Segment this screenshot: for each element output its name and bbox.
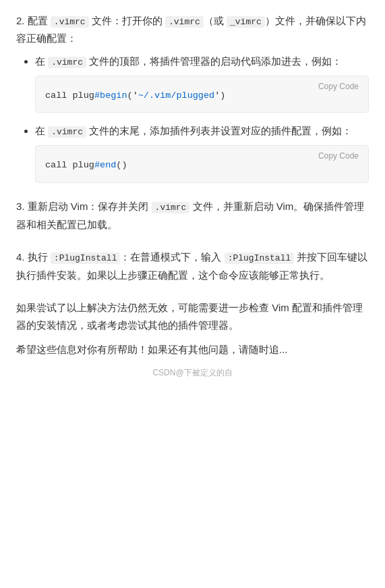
bullet-2-code: .vimrc <box>48 126 86 138</box>
copy-code-button-2[interactable]: Copy Code <box>316 150 361 162</box>
section-2-bullets: 在 .vimrc 文件的顶部，将插件管理器的启动代码添加进去，例如： Copy … <box>16 53 369 183</box>
code-content-2: call plug#end() <box>45 158 359 173</box>
vimrc-code-2: .vimrc <box>165 16 204 28</box>
section-4-text: 4. 执行 :PlugInstall：在普通模式下，输入 :PlugInstal… <box>16 248 369 284</box>
section-3: 3. 重新启动 Vim：保存并关闭 .vimrc 文件，并重新启动 Vim。确保… <box>16 198 369 234</box>
section-3-number: 3. <box>16 201 28 212</box>
bullet-1: 在 .vimrc 文件的顶部，将插件管理器的启动代码添加进去，例如： Copy … <box>35 53 369 113</box>
bottom-para-1: 如果尝试了以上解决方法仍然无效，可能需要进一步检查 Vim 配置和插件管理器的安… <box>16 299 369 335</box>
code-block-1: Copy Code call plug#begin('~/.vim/plugge… <box>35 76 369 113</box>
bullet-1-code: .vimrc <box>48 57 86 68</box>
bottom-para-2: 希望这些信息对你有所帮助！如果还有其他问题，请随时追... <box>16 341 369 358</box>
vimrc-code-3: _vimrc <box>227 16 265 28</box>
vimrc-code-1: .vimrc <box>51 16 89 28</box>
section-4-code-2: :PlugInstall <box>225 252 295 264</box>
bottom-note: 如果尝试了以上解决方法仍然无效，可能需要进一步检查 Vim 配置和插件管理器的安… <box>16 299 369 359</box>
watermark: CSDN@下被定义的自 <box>16 366 369 383</box>
bullet-1-text: 在 .vimrc 文件的顶部，将插件管理器的启动代码添加进去，例如： <box>35 53 369 70</box>
code-content-1: call plug#begin('~/.vim/plugged') <box>45 88 359 103</box>
section-3-text: 3. 重新启动 Vim：保存并关闭 .vimrc 文件，并重新启动 Vim。确保… <box>16 198 369 234</box>
main-content: 2. 配置 .vimrc 文件：打开你的 .vimrc（或 _vimrc）文件，… <box>0 0 385 404</box>
section-2-header: 2. 配置 .vimrc 文件：打开你的 .vimrc（或 _vimrc）文件，… <box>16 12 369 47</box>
section-3-code: .vimrc <box>152 202 190 213</box>
code-block-2: Copy Code call plug#end() <box>35 145 369 183</box>
bullet-2-text: 在 .vimrc 文件的末尾，添加插件列表并设置对应的插件配置，例如： <box>35 122 369 140</box>
bullet-2: 在 .vimrc 文件的末尾，添加插件列表并设置对应的插件配置，例如： Copy… <box>35 122 369 183</box>
copy-code-button-1[interactable]: Copy Code <box>316 80 361 92</box>
section-4-code-1: :PlugInstall <box>51 252 121 264</box>
section-2-number: 2. <box>16 15 28 26</box>
section-2: 2. 配置 .vimrc 文件：打开你的 .vimrc（或 _vimrc）文件，… <box>16 12 369 183</box>
section-4-number: 4. <box>16 251 28 263</box>
section-4: 4. 执行 :PlugInstall：在普通模式下，输入 :PlugInstal… <box>16 248 369 284</box>
